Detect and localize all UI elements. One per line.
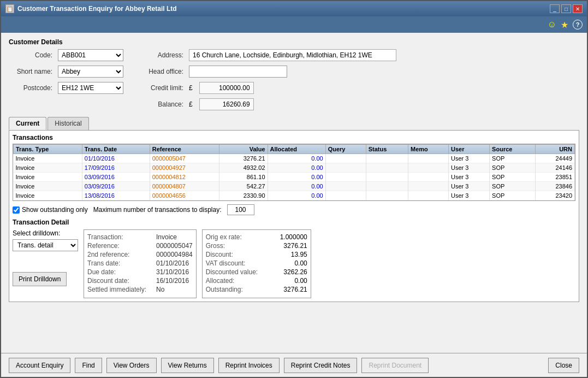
- drilldown-select[interactable]: Trans. detail: [13, 239, 78, 251]
- address-label: Address:: [140, 51, 183, 59]
- star-icon[interactable]: ★: [561, 20, 568, 30]
- detail-content: Select drilldown: Trans. detail Print Dr…: [13, 229, 575, 298]
- show-outstanding-checkbox[interactable]: [13, 206, 20, 214]
- reference-row: Reference: 0000005047: [87, 242, 193, 250]
- gross-row: Gross: 3276.21: [206, 242, 307, 250]
- short-name-row: Short name: Abbey: [9, 66, 123, 78]
- max-transactions-label: Maximum number of transactions to displa…: [93, 206, 222, 214]
- settled-value: No: [156, 286, 164, 293]
- title-buttons: _ □ ✕: [550, 4, 583, 13]
- table-row[interactable]: Invoice 01/10/2016 0000005047 3276.21 0.…: [14, 154, 575, 163]
- table-row[interactable]: Invoice 17/09/2016 0000004927 4932.02 0.…: [14, 163, 575, 173]
- reprint-document-button[interactable]: Reprint Document: [361, 358, 429, 373]
- print-drilldown-button[interactable]: Print Drilldown: [13, 272, 67, 286]
- drilldown-col: Select drilldown: Trans. detail Print Dr…: [13, 229, 78, 298]
- view-orders-button[interactable]: View Orders: [106, 358, 157, 373]
- minimize-button[interactable]: _: [550, 4, 560, 13]
- cell-value: 4932.02: [219, 163, 268, 173]
- transactions-table: Trans. Type Trans. Date Reference Value …: [13, 144, 575, 200]
- orig-ex-rate-label: Orig ex rate:: [206, 233, 242, 241]
- customer-details-title: Customer Details: [9, 38, 579, 46]
- reprint-credit-notes-button[interactable]: Reprint Credit Notes: [284, 358, 358, 373]
- cell-urn: 24449: [536, 154, 575, 163]
- due-date-label: Due date:: [87, 268, 153, 276]
- main-window: 📋 Customer Transaction Enquiry for Abbey…: [0, 0, 588, 378]
- cell-date: 17/09/2016: [82, 163, 150, 173]
- cell-user: User 3: [449, 182, 490, 191]
- window-icon: 📋: [5, 4, 14, 13]
- short-name-select[interactable]: Abbey: [58, 66, 123, 77]
- code-input[interactable]: ABB001: [58, 49, 123, 61]
- col-trans-type: Trans. Type: [14, 145, 82, 154]
- find-button[interactable]: Find: [75, 358, 102, 373]
- due-date-row: Due date: 31/10/2016: [87, 268, 193, 276]
- cell-source: SOP: [490, 182, 536, 191]
- transactions-table-container[interactable]: Trans. Type Trans. Date Reference Value …: [13, 144, 575, 201]
- credit-limit-pound: £: [189, 84, 193, 92]
- cell-status: [366, 154, 408, 163]
- vat-discount-row: VAT discount: 0.00: [206, 259, 307, 267]
- cell-query: [325, 191, 366, 200]
- table-row[interactable]: Invoice 03/09/2016 0000004807 542.27 0.0…: [14, 182, 575, 191]
- outstanding-row: Show outstanding only Maximum number of …: [13, 204, 575, 215]
- reprint-invoices-button[interactable]: Reprint Invoices: [218, 358, 280, 373]
- head-office-input[interactable]: [189, 66, 287, 78]
- help-icon[interactable]: ?: [573, 20, 583, 29]
- cell-memo: [408, 173, 449, 182]
- show-outstanding-label[interactable]: Show outstanding only: [13, 206, 88, 214]
- short-name-input[interactable]: Abbey: [58, 66, 123, 78]
- balance-input[interactable]: [199, 98, 254, 110]
- code-label: Code:: [9, 51, 52, 59]
- col-query: Query: [325, 145, 366, 154]
- cell-user: User 3: [449, 173, 490, 182]
- cell-urn: 23846: [536, 182, 575, 191]
- smiley-icon[interactable]: ☺: [548, 20, 556, 29]
- balance-label: Balance:: [140, 101, 183, 108]
- view-returns-button[interactable]: View Returns: [161, 358, 214, 373]
- left-detail-box: Transaction: Invoice Reference: 00000050…: [84, 229, 197, 298]
- credit-limit-input[interactable]: [199, 82, 254, 94]
- address-input[interactable]: [189, 49, 396, 61]
- outstanding-row-detail: Outstanding: 3276.21: [206, 286, 307, 293]
- gross-value: 3276.21: [269, 242, 307, 250]
- cell-source: SOP: [490, 191, 536, 200]
- transactions-section: Transactions Trans. Type Trans. Date Ref…: [9, 130, 579, 302]
- account-enquiry-button[interactable]: Account Enquiry: [9, 358, 70, 373]
- col-source: Source: [490, 145, 536, 154]
- max-transactions-input[interactable]: [227, 204, 254, 215]
- second-reference-label: 2nd reference:: [87, 251, 153, 258]
- discount-date-label: Discount date:: [87, 277, 153, 285]
- close-button[interactable]: Close: [548, 358, 579, 373]
- tab-current[interactable]: Current: [9, 117, 46, 130]
- postcode-input[interactable]: EH12 1WE: [58, 82, 123, 94]
- title-bar: 📋 Customer Transaction Enquiry for Abbey…: [1, 1, 587, 16]
- cell-date: 01/10/2016: [82, 154, 150, 163]
- maximize-button[interactable]: □: [561, 4, 571, 13]
- discount-row: Discount: 13.95: [206, 251, 307, 258]
- cell-memo: [408, 182, 449, 191]
- cell-value: 542.27: [219, 182, 268, 191]
- postcode-select[interactable]: EH12 1WE: [58, 82, 123, 93]
- cell-status: [366, 163, 408, 173]
- orig-ex-rate-value: 1.000000: [269, 233, 307, 241]
- close-window-button[interactable]: ✕: [573, 4, 583, 13]
- discount-date-value: 16/10/2016: [156, 277, 189, 285]
- cell-user: User 3: [449, 154, 490, 163]
- cell-date: 03/09/2016: [82, 173, 150, 182]
- discounted-value-value: 3262.26: [269, 268, 307, 276]
- col-value: Value: [219, 145, 268, 154]
- table-row[interactable]: Invoice 13/08/2016 0000004656 2330.90 0.…: [14, 191, 575, 200]
- cell-status: [366, 173, 408, 182]
- table-row[interactable]: Invoice 03/09/2016 0000004812 861.10 0.0…: [14, 173, 575, 182]
- cell-urn: 23420: [536, 191, 575, 200]
- cell-urn: 23851: [536, 173, 575, 182]
- cell-value: 3276.21: [219, 154, 268, 163]
- col-user: User: [449, 145, 490, 154]
- cell-memo: [408, 191, 449, 200]
- tab-historical[interactable]: Historical: [47, 117, 88, 130]
- transaction-detail-section: Transaction Detail Select drilldown: Tra…: [13, 218, 575, 298]
- cell-reference: 0000004656: [150, 191, 219, 200]
- cell-query: [325, 154, 366, 163]
- code-select[interactable]: ABB001: [58, 50, 123, 61]
- transaction-value: Invoice: [156, 233, 177, 241]
